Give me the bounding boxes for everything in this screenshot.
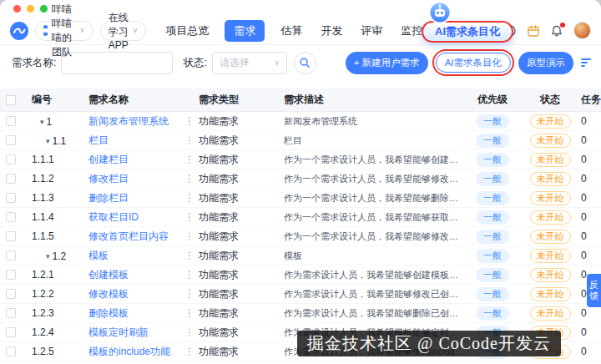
table-row[interactable]: 1.1.2 修改栏目 ⋮ 功能需求 作为一个需求设计人员，我希望能够修改栏目，以… bbox=[0, 169, 601, 189]
priority-badge[interactable]: 一般 bbox=[476, 268, 509, 282]
priority-badge[interactable]: 一般 bbox=[476, 172, 509, 186]
status-badge[interactable]: 未开始 bbox=[530, 230, 571, 244]
status-badge[interactable]: 未开始 bbox=[530, 153, 571, 167]
nav-item[interactable]: 需求 bbox=[225, 20, 265, 42]
user-avatar[interactable] bbox=[573, 22, 591, 39]
minimize-window-button[interactable] bbox=[27, 5, 34, 13]
row-checkbox[interactable] bbox=[6, 250, 16, 260]
status-cell: 未开始 bbox=[521, 114, 579, 129]
requirement-name-link[interactable]: 删除模板 bbox=[88, 307, 129, 319]
row-more-menu-icon[interactable]: ⋮ bbox=[180, 250, 199, 261]
row-checkbox[interactable] bbox=[6, 289, 16, 299]
priority-badge[interactable]: 一般 bbox=[476, 134, 509, 148]
nav-item[interactable]: 评审 bbox=[358, 20, 385, 42]
table-row[interactable]: 1.2.3 删除模板 ⋮ 功能需求 作为需求设计人员，我希望能够删除已创建的模板… bbox=[0, 304, 601, 323]
notification-bell-icon[interactable] bbox=[550, 24, 563, 38]
table-row[interactable]: 1.1.1 创建栏目 ⋮ 功能需求 作为一个需求设计人员，我希望能够创建栏目，以… bbox=[0, 150, 601, 169]
feedback-tab[interactable]: 反馈 bbox=[587, 274, 601, 307]
requirement-name-link[interactable]: 模板的include功能 bbox=[88, 346, 170, 357]
priority-badge[interactable]: 一般 bbox=[476, 249, 509, 263]
row-more-menu-icon[interactable]: ⋮ bbox=[180, 307, 199, 319]
row-checkbox[interactable] bbox=[6, 116, 16, 126]
nav-item-label: 监控 bbox=[401, 23, 422, 38]
status-badge[interactable]: 未开始 bbox=[530, 191, 571, 205]
status-select[interactable]: 请选择 ∨ bbox=[212, 52, 287, 74]
requirement-name-input[interactable] bbox=[61, 52, 173, 74]
row-more-menu-icon[interactable]: ⋮ bbox=[180, 326, 199, 338]
priority-badge[interactable]: 一般 bbox=[476, 114, 509, 129]
row-more-menu-icon[interactable]: ⋮ bbox=[180, 211, 199, 223]
expand-caret-icon[interactable]: ▾ bbox=[46, 252, 50, 260]
status-badge[interactable]: 未开始 bbox=[530, 306, 571, 321]
row-checkbox[interactable] bbox=[6, 327, 16, 337]
priority-badge[interactable]: 一般 bbox=[476, 230, 509, 244]
requirement-name-link[interactable]: 创建模板 bbox=[88, 269, 129, 281]
row-more-menu-icon[interactable]: ⋮ bbox=[180, 288, 199, 300]
requirement-name-link[interactable]: 删除栏目 bbox=[88, 192, 129, 204]
select-all-checkbox[interactable] bbox=[6, 95, 16, 105]
row-more-menu-icon[interactable]: ⋮ bbox=[180, 134, 199, 146]
priority-badge[interactable]: 一般 bbox=[476, 153, 509, 167]
table-row[interactable]: 1.2.1 创建模板 ⋮ 功能需求 作为需求设计人员，我希望能够创建模板，以便能… bbox=[0, 265, 601, 285]
calendar-icon[interactable] bbox=[527, 24, 540, 38]
nav-item[interactable]: 开发 bbox=[318, 20, 345, 42]
priority-badge[interactable]: 一般 bbox=[476, 306, 509, 321]
row-more-menu-icon[interactable]: ⋮ bbox=[180, 269, 199, 281]
requirement-name-link[interactable]: 创建栏目 bbox=[88, 154, 129, 165]
priority-badge[interactable]: 一般 bbox=[476, 287, 509, 301]
status-badge[interactable]: 未开始 bbox=[530, 172, 571, 186]
prototype-demo-button[interactable]: 原型演示 bbox=[518, 52, 573, 74]
close-window-button[interactable] bbox=[13, 5, 21, 13]
row-more-menu-icon[interactable]: ⋮ bbox=[180, 192, 199, 204]
priority-badge[interactable]: 一般 bbox=[476, 210, 509, 225]
row-checkbox[interactable] bbox=[6, 135, 16, 145]
requirement-name-link[interactable]: 模板定时刷新 bbox=[88, 326, 149, 338]
status-badge[interactable]: 未开始 bbox=[530, 210, 571, 225]
row-checkbox[interactable] bbox=[6, 154, 16, 164]
search-button[interactable] bbox=[294, 52, 316, 74]
table-row[interactable]: 1.1.5 修改首页栏目内容 ⋮ 功能需求 作为一个需求设计人员，我希望能够修改… bbox=[0, 227, 601, 246]
table-row[interactable]: ▾ 1.1 栏目 ⋮ 功能需求 栏目 一般 未开始 bbox=[0, 131, 601, 150]
requirement-name-link[interactable]: 修改栏目 bbox=[88, 173, 129, 185]
row-checkbox[interactable] bbox=[6, 193, 16, 203]
requirement-name-link[interactable]: 模板 bbox=[88, 250, 109, 261]
table-row[interactable]: 1.2.2 修改模板 ⋮ 功能需求 作为需求设计人员，我希望能够修改已创建的模板… bbox=[0, 285, 601, 304]
row-more-menu-icon[interactable]: ⋮ bbox=[180, 173, 199, 185]
status-badge[interactable]: 未开始 bbox=[530, 268, 571, 282]
requirement-name-link[interactable]: 栏目 bbox=[88, 134, 109, 146]
nav-item[interactable]: 估算 bbox=[278, 20, 305, 42]
expand-caret-icon[interactable]: ▾ bbox=[40, 118, 44, 126]
table-row[interactable]: ▾ 1 新闻发布管理系统 ⋮ 功能需求 新闻发布管理系统 一般 未开始 bbox=[0, 112, 601, 131]
table-row[interactable]: 1.1.4 获取栏目ID ⋮ 功能需求 作为一个需求设计人员，我希望能够获取栏目… bbox=[0, 208, 601, 227]
nav-item[interactable]: 项目总览 bbox=[163, 20, 211, 42]
row-checkbox[interactable] bbox=[6, 174, 16, 184]
sort-list-icon[interactable] bbox=[579, 56, 593, 69]
priority-badge[interactable]: 一般 bbox=[476, 191, 509, 205]
row-more-menu-icon[interactable]: ⋮ bbox=[180, 154, 199, 165]
row-more-menu-icon[interactable]: ⋮ bbox=[180, 230, 199, 242]
row-checkbox[interactable] bbox=[6, 346, 16, 356]
table-row[interactable]: ▾ 1.2 模板 ⋮ 功能需求 模板 一般 未开始 bbox=[0, 246, 601, 265]
requirement-name-link[interactable]: 获取栏目ID bbox=[88, 211, 139, 223]
row-checkbox[interactable] bbox=[6, 308, 16, 318]
expand-caret-icon[interactable]: ▾ bbox=[46, 137, 50, 145]
status-badge[interactable]: 未开始 bbox=[530, 249, 571, 263]
row-checkbox[interactable] bbox=[6, 270, 16, 280]
zoom-window-button[interactable] bbox=[40, 5, 48, 13]
row-more-menu-icon[interactable]: ⋮ bbox=[180, 346, 199, 357]
row-more-menu-icon[interactable]: ⋮ bbox=[180, 115, 199, 127]
requirement-name-cell: 模板 bbox=[87, 249, 180, 263]
requirement-name-link[interactable]: 新闻发布管理系统 bbox=[88, 115, 169, 127]
ai-itemize-button[interactable]: AI需求条目化 bbox=[436, 53, 511, 73]
requirement-name-link[interactable]: 修改模板 bbox=[88, 288, 129, 300]
team-selector[interactable]: 咩喵咩喵喵的团队 ∨ bbox=[35, 21, 93, 41]
table-row[interactable]: 1.1.3 删除栏目 ⋮ 功能需求 作为一个需求设计人员，我希望能够删除栏目，以… bbox=[0, 189, 601, 208]
requirement-name-link[interactable]: 修改首页栏目内容 bbox=[88, 230, 169, 242]
row-checkbox[interactable] bbox=[6, 231, 16, 241]
new-user-requirement-button[interactable]: + 新建用户需求 bbox=[346, 52, 428, 74]
status-badge[interactable]: 未开始 bbox=[530, 134, 571, 148]
row-checkbox[interactable] bbox=[6, 212, 16, 222]
project-selector[interactable]: 在线学习APP ∨ bbox=[100, 21, 147, 41]
status-badge[interactable]: 未开始 bbox=[530, 287, 571, 301]
status-badge[interactable]: 未开始 bbox=[530, 114, 571, 129]
